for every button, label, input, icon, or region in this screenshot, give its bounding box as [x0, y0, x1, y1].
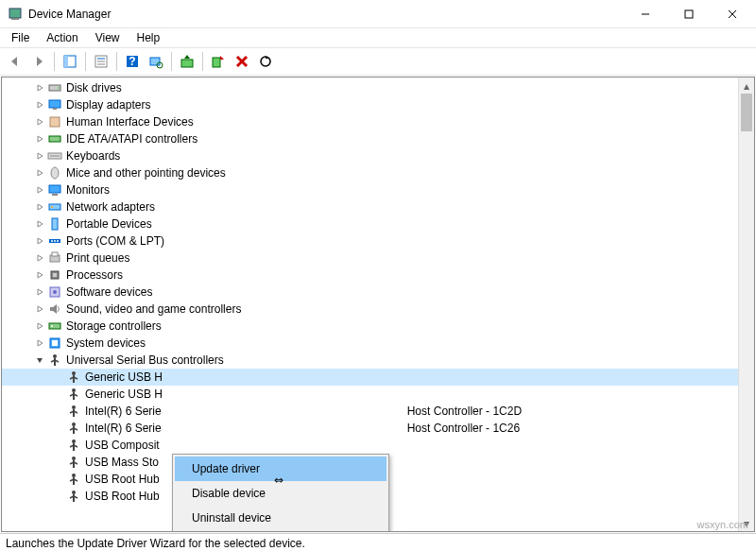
- portable-icon: [47, 216, 62, 232]
- expand-icon[interactable]: [32, 83, 47, 93]
- properties-button[interactable]: [90, 50, 112, 73]
- tree-label: Universal Serial Bus controllers: [66, 353, 224, 367]
- forward-button[interactable]: [27, 50, 50, 73]
- ports-icon: [47, 233, 62, 249]
- disk-icon: [47, 80, 62, 95]
- expand-icon[interactable]: [32, 287, 47, 297]
- expand-icon[interactable]: [32, 219, 47, 229]
- refresh-button[interactable]: [254, 50, 277, 73]
- tree-category[interactable]: Keyboards: [2, 147, 754, 164]
- tree-label: Display adapters: [66, 98, 150, 112]
- tree-device[interactable]: Intel(R) 6 SerieHost Controller - 1C2D: [2, 403, 754, 420]
- expand-icon[interactable]: [32, 100, 47, 110]
- svg-rect-33: [50, 117, 60, 127]
- svg-point-52: [54, 240, 56, 242]
- tree-device[interactable]: Generic USB H: [2, 369, 754, 386]
- context-disable-device[interactable]: Disable device: [175, 481, 387, 506]
- context-update-driver[interactable]: Update driver: [175, 456, 387, 481]
- tree-category[interactable]: IDE ATA/ATAPI controllers: [2, 130, 754, 147]
- context-uninstall-device[interactable]: Uninstall device: [175, 506, 387, 530]
- scan-hardware-button[interactable]: [145, 50, 167, 73]
- tree-category[interactable]: Mice and other pointing devices: [2, 164, 754, 181]
- tree-category[interactable]: Display adapters: [2, 96, 754, 113]
- tree-category[interactable]: Storage controllers: [2, 318, 754, 335]
- svg-marker-6: [11, 57, 17, 66]
- scroll-up-arrow[interactable]: ▴: [739, 77, 754, 94]
- menu-help[interactable]: Help: [129, 29, 168, 46]
- tree-label: Generic USB H: [85, 370, 163, 384]
- svg-point-51: [51, 240, 53, 242]
- svg-marker-60: [38, 289, 43, 295]
- svg-text:?: ?: [129, 55, 135, 68]
- expand-icon[interactable]: [32, 338, 47, 348]
- expand-icon[interactable]: [32, 355, 47, 365]
- expand-icon[interactable]: [32, 185, 47, 195]
- svg-point-53: [57, 240, 59, 242]
- disable-device-button[interactable]: [207, 50, 230, 73]
- tree-label: Print queues: [66, 251, 129, 265]
- vertical-scrollbar[interactable]: ▴ ▾: [738, 77, 754, 531]
- svg-point-72: [53, 354, 57, 358]
- menu-file[interactable]: File: [4, 29, 37, 46]
- tree-device[interactable]: Intel(R) 6 SerieHost Controller - 1C26: [2, 420, 754, 437]
- expand-icon[interactable]: [32, 151, 47, 161]
- usb-icon: [66, 455, 81, 470]
- svg-marker-65: [38, 323, 43, 329]
- update-driver-button[interactable]: [176, 50, 198, 73]
- tree-category[interactable]: Sound, video and game controllers: [2, 301, 754, 318]
- expand-icon[interactable]: [32, 134, 47, 144]
- expand-icon[interactable]: [32, 321, 47, 331]
- title-bar: Device Manager: [0, 0, 756, 28]
- expand-icon[interactable]: [32, 304, 47, 314]
- expand-icon[interactable]: [32, 117, 47, 127]
- svg-point-100: [72, 474, 76, 477]
- device-suffix: Host Controller - 1C2D: [407, 405, 522, 418]
- menu-action[interactable]: Action: [39, 29, 85, 46]
- tree-device[interactable]: USB Composit: [2, 437, 754, 454]
- svg-rect-70: [52, 340, 58, 346]
- expand-icon[interactable]: [32, 202, 47, 212]
- tree-category[interactable]: Software devices: [2, 284, 754, 301]
- expand-icon[interactable]: [32, 253, 47, 263]
- tree-category[interactable]: Network adapters: [2, 198, 754, 215]
- tree-category[interactable]: Ports (COM & LPT): [2, 232, 754, 250]
- svg-rect-45: [49, 204, 60, 210]
- scroll-thumb[interactable]: [741, 94, 752, 131]
- window-title: Device Manager: [28, 8, 624, 21]
- svg-point-40: [51, 167, 59, 179]
- tree-category[interactable]: Monitors: [2, 181, 754, 198]
- printer-icon: [47, 250, 62, 266]
- mouse-icon: [47, 165, 62, 181]
- expand-icon[interactable]: [32, 168, 47, 178]
- expand-icon[interactable]: [32, 270, 47, 280]
- close-button[interactable]: [711, 0, 754, 28]
- usb-icon: [66, 489, 81, 504]
- tree-label: USB Composit: [85, 439, 160, 452]
- tree-label: Intel(R) 6 Serie: [85, 422, 162, 435]
- usb-icon: [66, 370, 81, 385]
- svg-rect-1: [11, 18, 19, 20]
- tree-label: USB Root Hub: [85, 473, 160, 486]
- minimize-button[interactable]: [624, 0, 667, 28]
- maximize-button[interactable]: [667, 0, 711, 28]
- tree-category[interactable]: Portable Devices: [2, 215, 754, 232]
- tree-category[interactable]: Print queues: [2, 250, 754, 267]
- back-button[interactable]: [4, 50, 26, 73]
- help-button[interactable]: ?: [121, 50, 144, 73]
- tree-category[interactable]: Processors: [2, 267, 754, 284]
- tree-category[interactable]: System devices: [2, 335, 754, 352]
- tree-category[interactable]: Disk drives: [2, 79, 754, 96]
- uninstall-device-button[interactable]: [231, 50, 253, 73]
- show-hide-tree-button[interactable]: [59, 50, 81, 73]
- expand-icon[interactable]: [32, 236, 47, 246]
- tree-category[interactable]: Universal Serial Bus controllers: [2, 352, 754, 369]
- svg-marker-26: [38, 85, 43, 91]
- tree-label: System devices: [66, 336, 146, 350]
- svg-marker-36: [38, 153, 43, 159]
- tree-category[interactable]: Human Interface Devices: [2, 113, 754, 130]
- svg-point-84: [72, 405, 76, 409]
- menu-view[interactable]: View: [88, 29, 128, 46]
- tree-device[interactable]: Generic USB H: [2, 386, 754, 403]
- tree-label: Portable Devices: [66, 217, 152, 231]
- svg-rect-9: [64, 56, 68, 67]
